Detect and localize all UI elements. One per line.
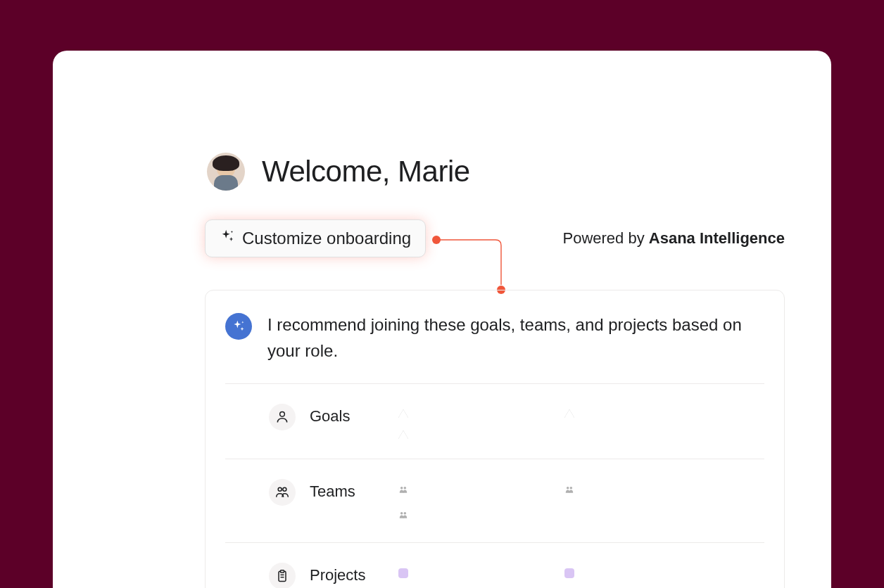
avatar	[207, 153, 245, 191]
projects-label: Projects	[310, 563, 380, 584]
teams-label: Teams	[310, 479, 380, 501]
teams-items	[398, 479, 726, 523]
sparkle-icon	[220, 229, 235, 248]
recommendation-panel: I recommend joining these goals, teams, …	[205, 290, 785, 588]
powered-brand: Asana Intelligence	[649, 229, 785, 247]
projects-items	[398, 563, 726, 588]
team-group-icon	[564, 485, 574, 494]
svg-point-5	[400, 487, 403, 490]
people-icon	[269, 479, 296, 506]
recommendation-text: I recommend joining these goals, teams, …	[267, 312, 764, 364]
powered-prefix: Powered by	[563, 229, 649, 247]
clipboard-icon	[269, 563, 296, 588]
welcome-header: Welcome, Marie	[207, 153, 470, 191]
projects-section: Projects	[225, 542, 764, 588]
goal-triangle-icon	[398, 409, 408, 418]
person-icon	[269, 404, 296, 430]
goal-item[interactable]	[398, 430, 560, 439]
customize-button-label: Customize onboarding	[242, 229, 411, 248]
recommendation-row: I recommend joining these goals, teams, …	[225, 312, 764, 364]
svg-point-0	[432, 236, 441, 244]
svg-point-6	[404, 487, 407, 490]
project-color-icon	[564, 568, 574, 578]
project-item[interactable]	[398, 568, 560, 578]
goal-item[interactable]	[398, 409, 560, 418]
team-item[interactable]	[398, 510, 560, 523]
project-color-icon	[398, 568, 408, 578]
ai-sparkle-icon	[225, 313, 252, 340]
teams-section: Teams	[225, 459, 764, 542]
svg-rect-12	[281, 570, 284, 573]
goals-section: Goals	[225, 383, 764, 459]
team-item[interactable]	[398, 485, 560, 497]
team-item[interactable]	[564, 485, 726, 497]
goal-triangle-icon	[564, 409, 574, 418]
project-item[interactable]	[564, 568, 726, 578]
svg-point-8	[570, 487, 573, 490]
svg-point-9	[400, 512, 403, 515]
goals-items	[398, 404, 726, 439]
svg-point-2	[280, 412, 285, 417]
powered-by-text: Powered by Asana Intelligence	[563, 229, 785, 248]
customize-onboarding-button[interactable]: Customize onboarding	[205, 219, 426, 257]
team-group-icon	[398, 485, 408, 494]
connector-line	[431, 233, 508, 298]
onboarding-card: Welcome, Marie Customize onboarding Powe…	[53, 51, 831, 588]
svg-point-3	[278, 488, 282, 492]
team-group-icon	[398, 510, 408, 520]
welcome-text: Welcome, Marie	[262, 155, 470, 188]
svg-point-7	[567, 487, 569, 490]
goal-item[interactable]	[564, 409, 726, 418]
goals-label: Goals	[310, 404, 380, 426]
goal-triangle-icon	[398, 430, 408, 439]
svg-point-4	[283, 488, 286, 492]
svg-point-10	[404, 512, 407, 515]
